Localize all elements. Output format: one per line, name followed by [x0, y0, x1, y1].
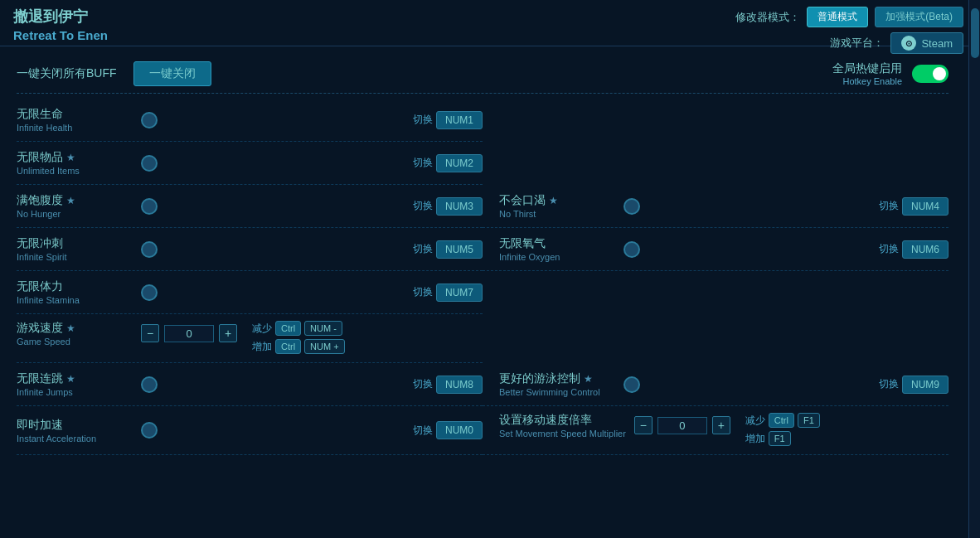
star-icon: ★ — [549, 195, 558, 206]
beta-mode-button[interactable]: 加强模式(Beta) — [875, 7, 963, 27]
key-num9[interactable]: NUM9 — [902, 376, 948, 394]
key-combo-decrease-movement: 减少 Ctrl F1 — [745, 413, 820, 428]
key-label: 切换 — [413, 285, 433, 299]
option-keys: 切换 NUM1 — [413, 111, 483, 129]
option-info: 设置移动速度倍率 Set Movement Speed Multiplier — [499, 413, 626, 439]
option-infinite-health: 无限生命 Infinite Health 切换 NUM1 — [17, 99, 483, 142]
option-en: Infinite Health — [17, 123, 133, 133]
option-info: 不会口渴 ★ No Thirst — [499, 193, 615, 219]
option-info: 满饱腹度 ★ No Hunger — [17, 193, 133, 219]
star-icon: ★ — [66, 322, 75, 334]
instant-acceleration-toggle[interactable] — [141, 422, 158, 439]
movement-speed-decrease-btn[interactable]: − — [634, 416, 653, 434]
top-controls: 修改器模式： 普通模式 加强模式(Beta) 游戏平台： ⊙ Steam — [735, 7, 963, 54]
option-zh: 满饱腹度 ★ — [17, 193, 133, 208]
infinite-stamina-toggle[interactable] — [141, 284, 158, 301]
normal-mode-button[interactable]: 普通模式 — [807, 7, 868, 27]
star-icon: ★ — [66, 373, 75, 385]
steam-button[interactable]: ⊙ Steam — [890, 32, 963, 54]
decrease-label: 减少 — [252, 322, 272, 336]
option-keys: 切换 NUM9 — [879, 376, 948, 394]
infinite-oxygen-toggle[interactable] — [623, 241, 640, 258]
one-key-label: 一键关闭所有BUFF — [17, 66, 117, 81]
option-info: 无限体力 Infinite Stamina — [17, 279, 133, 305]
key-combo-decrease: 减少 Ctrl NUM - — [252, 321, 345, 336]
option-zh: 即时加速 — [17, 418, 133, 433]
option-en: Infinite Spirit — [17, 252, 133, 262]
key-label: 切换 — [413, 156, 433, 170]
one-key-button[interactable]: 一键关闭 — [133, 61, 211, 86]
option-en: No Hunger — [17, 209, 133, 219]
option-zh: 无限冲刺 — [17, 236, 133, 251]
movement-speed-increase-btn[interactable]: + — [712, 416, 730, 434]
game-speed-increase-btn[interactable]: + — [219, 324, 237, 342]
key-num5[interactable]: NUM5 — [436, 240, 483, 259]
option-en: Infinite Stamina — [17, 295, 133, 305]
option-keys: 切换 NUM5 — [413, 240, 483, 259]
key-f1-increase[interactable]: F1 — [769, 431, 791, 446]
top-bar: 一键关闭所有BUFF 一键关闭 全局热键启用 Hotkey Enable — [17, 55, 948, 94]
key-combo-increase: 增加 Ctrl NUM + — [252, 339, 345, 354]
option-keys: 切换 NUM6 — [879, 240, 948, 259]
key-num1[interactable]: NUM1 — [436, 111, 483, 129]
option-better-swimming: 更好的游泳控制 ★ Better Swimming Control 切换 NUM… — [483, 363, 948, 406]
key-num8[interactable]: NUM8 — [436, 376, 483, 394]
option-info: 无限物品 ★ Unlimited Items — [17, 150, 133, 176]
option-zh: 不会口渴 ★ — [499, 193, 615, 208]
key-ctrl-2[interactable]: Ctrl — [275, 339, 301, 354]
decrease-label-movement: 减少 — [745, 414, 765, 428]
platform-row: 游戏平台： ⊙ Steam — [830, 32, 963, 54]
key-label: 切换 — [413, 199, 433, 213]
key-num6[interactable]: NUM6 — [902, 240, 948, 259]
key-num2[interactable]: NUM2 — [436, 154, 483, 172]
better-swimming-toggle[interactable] — [623, 376, 640, 393]
main-content: 一键关闭所有BUFF 一键关闭 全局热键启用 Hotkey Enable 无限生… — [0, 46, 968, 463]
option-en: No Thirst — [499, 209, 615, 219]
star-icon: ★ — [66, 152, 75, 163]
option-keys: 切换 NUM4 — [879, 197, 948, 216]
key-f1-decrease[interactable]: F1 — [798, 413, 820, 428]
number-input-row: − + — [141, 324, 237, 342]
option-en: Infinite Jumps — [17, 387, 133, 397]
infinite-health-toggle[interactable] — [141, 112, 158, 128]
game-speed-input[interactable] — [164, 325, 214, 342]
app-container: 撤退到伊宁 Retreat To Enen 修改器模式： 普通模式 加强模式(B… — [0, 0, 980, 538]
scrollbar[interactable] — [968, 0, 980, 538]
hotkey-toggle[interactable] — [912, 65, 948, 83]
options-grid: 无限生命 Infinite Health 切换 NUM1 无限物品 ★ Unli… — [17, 99, 948, 455]
option-no-thirst: 不会口渴 ★ No Thirst 切换 NUM4 — [483, 185, 948, 228]
infinite-jumps-toggle[interactable] — [141, 376, 158, 393]
option-instant-acceleration: 即时加速 Instant Acceleration 切换 NUM0 — [17, 406, 483, 455]
key-num4[interactable]: NUM4 — [902, 197, 948, 216]
option-no-hunger: 满饱腹度 ★ No Hunger 切换 NUM3 — [17, 185, 483, 228]
no-thirst-toggle[interactable] — [623, 198, 640, 215]
scrollbar-thumb[interactable] — [971, 8, 979, 58]
mode-row: 修改器模式： 普通模式 加强模式(Beta) — [735, 7, 963, 27]
top-bar-right: 全局热键启用 Hotkey Enable — [832, 61, 948, 86]
option-info: 即时加速 Instant Acceleration — [17, 418, 133, 443]
option-en: Unlimited Items — [17, 166, 133, 176]
key-num0[interactable]: NUM0 — [436, 421, 483, 439]
key-label: 切换 — [413, 424, 433, 438]
key-label: 切换 — [413, 113, 433, 127]
key-num7[interactable]: NUM7 — [436, 284, 483, 302]
option-info: 游戏速度 ★ Game Speed — [17, 321, 133, 347]
key-label: 切换 — [413, 377, 433, 391]
key-label: 切换 — [413, 242, 433, 256]
option-info: 无限冲刺 Infinite Spirit — [17, 236, 133, 262]
key-ctrl-1[interactable]: Ctrl — [275, 321, 301, 336]
unlimited-items-toggle[interactable] — [141, 155, 158, 172]
key-num-plus[interactable]: NUM + — [304, 339, 345, 354]
no-hunger-toggle[interactable] — [141, 198, 158, 215]
game-speed-decrease-btn[interactable]: − — [141, 324, 159, 342]
key-num3[interactable]: NUM3 — [436, 197, 483, 216]
option-infinite-jumps: 无限连跳 ★ Infinite Jumps 切换 NUM8 — [17, 363, 483, 406]
option-game-speed: 游戏速度 ★ Game Speed − + 减少 Ctrl NUM - — [17, 314, 483, 363]
key-num-minus[interactable]: NUM - — [304, 321, 342, 336]
option-zh: 无限物品 ★ — [17, 150, 133, 165]
star-icon: ★ — [66, 195, 75, 206]
key-ctrl-movement-1[interactable]: Ctrl — [769, 413, 794, 428]
movement-speed-input[interactable] — [657, 417, 707, 434]
infinite-spirit-toggle[interactable] — [141, 241, 158, 258]
option-zh: 无限连跳 ★ — [17, 371, 133, 386]
